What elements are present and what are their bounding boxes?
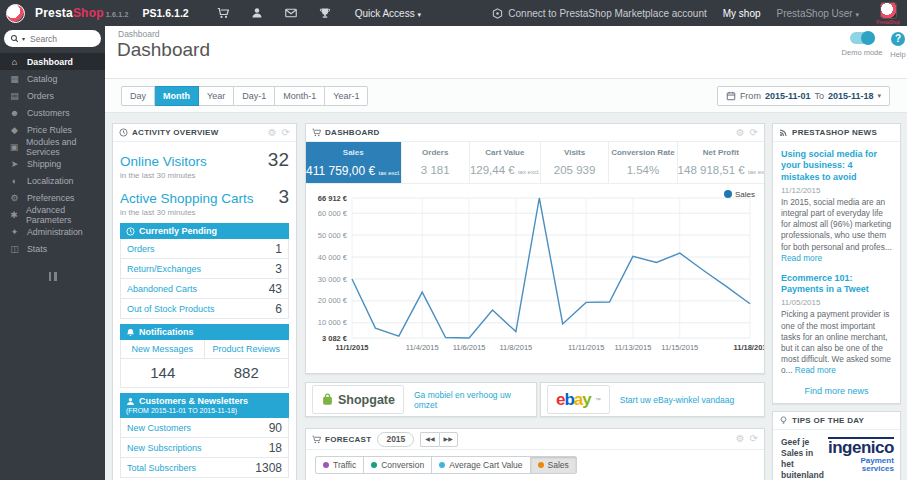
demo-mode-toggle[interactable]: Demo mode (840, 32, 884, 57)
quick-access-menu[interactable]: Quick Access ▾ (355, 8, 421, 19)
forecast-toggle-average-cart-value[interactable]: Average Cart Value (431, 456, 530, 474)
sidebar-item-dashboard[interactable]: ⌂Dashboard (0, 53, 105, 70)
sidebar-item-customers[interactable]: ☻Customers (0, 104, 105, 121)
forecast-year-badge: 2015 (377, 432, 414, 447)
range-month-button[interactable]: Month (155, 86, 199, 106)
kpi-net-profit[interactable]: Net Profit148 918,51 € tax ex (678, 142, 764, 183)
news-article-title[interactable]: Using social media for your business: 4 … (781, 149, 892, 183)
search-input[interactable] (28, 33, 95, 45)
sales-dot-icon (538, 462, 544, 468)
notifications-table: New Messages Product Reviews 144 882 (120, 340, 289, 388)
sidebar-item-shipping[interactable]: ➤Shipping (0, 155, 105, 172)
trophy-icon[interactable] (319, 7, 331, 19)
sidebar-item-localization[interactable]: ◐Localization (0, 172, 105, 189)
forecast-prev-button[interactable]: ◀◀ (420, 432, 438, 447)
brand-version: 1.6.1.2 (106, 11, 129, 18)
online-visitors-value: 32 (268, 149, 289, 171)
average-cart-value-dot-icon (439, 462, 445, 468)
svg-text:11/6/2015: 11/6/2015 (453, 343, 486, 352)
kpi-sales[interactable]: Sales411 759,00 € tax excl. (306, 142, 402, 183)
ps-version-label: PS1.6.1.2 (143, 7, 189, 19)
panel-settings-icon[interactable]: ⚙ (268, 128, 277, 138)
user-menu[interactable]: PrestaShop User ▾ (777, 8, 859, 19)
active-carts-caption: in the last 30 minutes (120, 208, 289, 217)
active-carts-link[interactable]: Active Shopping Carts (120, 191, 254, 206)
range-month-1-button[interactable]: Month-1 (275, 86, 325, 106)
find-more-news-link[interactable]: Find more news (781, 386, 892, 396)
sidebar-item-stats[interactable]: ◫Stats (0, 240, 105, 257)
caret-down-icon: ▾ (417, 11, 421, 18)
sidebar-item-administration[interactable]: ✦Administration (0, 223, 105, 240)
sidebar-item-modules[interactable]: ▣Modules and Services (0, 138, 105, 155)
sidebar-item-advanced-parameters[interactable]: ✱Advanced Parameters (0, 206, 105, 223)
notifications-header: Notifications (120, 324, 289, 340)
shopgate-link[interactable]: Ga mobiel en verhoog uw omzet (414, 390, 530, 410)
help-button[interactable]: ? Help (887, 32, 907, 59)
traffic-dot-icon (323, 462, 329, 468)
forecast-next-button[interactable]: ▶▶ (439, 432, 458, 447)
marketplace-icon (492, 8, 503, 19)
sidebar-search[interactable]: ▾ (4, 30, 101, 47)
sidebar-item-preferences[interactable]: ⚙Preferences (0, 189, 105, 206)
panel-settings-icon[interactable]: ⚙ (736, 128, 745, 138)
catalog-icon: ▦ (9, 74, 20, 84)
ebay-card: ebay ™ Start uw eBay-winkel vandaag (540, 382, 765, 417)
read-more-link[interactable]: Read more (781, 253, 822, 263)
panel-refresh-icon[interactable]: ⟳ (750, 128, 758, 138)
toggle-icon[interactable] (850, 32, 875, 44)
sidebar-item-price-rules[interactable]: ◆Price Rules (0, 121, 105, 138)
page-title: Dashboard (117, 39, 210, 61)
product-reviews-link[interactable]: Product Reviews (205, 340, 289, 359)
forecast-toggle-conversion[interactable]: Conversion (363, 456, 432, 474)
help-icon[interactable]: ? (891, 32, 905, 46)
new-messages-link[interactable]: New Messages (121, 340, 205, 359)
dashboard-icon: ⌂ (9, 57, 20, 67)
sidebar-item-orders[interactable]: ▤Orders (0, 87, 105, 104)
forecast-toggle-sales[interactable]: Sales (530, 456, 577, 474)
activity-overview-panel: ACTIVITY OVERVIEW ⚙⟳ Online Visitors32 i… (112, 123, 297, 480)
panel-settings-icon[interactable]: ⚙ (736, 434, 745, 444)
stats-icon: ◫ (9, 244, 20, 254)
kpi-conversion-rate[interactable]: Conversion Rate1.54% (609, 142, 677, 183)
forecast-toggle-traffic[interactable]: Traffic (315, 456, 364, 474)
online-visitors-caption: in the last 30 minutes (120, 171, 289, 180)
dashboard-content: ACTIVITY OVERVIEW ⚙⟳ Online Visitors32 i… (105, 113, 907, 480)
panel-refresh-icon[interactable]: ⟳ (750, 434, 758, 444)
price-rules-icon: ◆ (9, 125, 20, 135)
search-icon[interactable] (10, 34, 19, 43)
range-year-1-button[interactable]: Year-1 (325, 86, 368, 106)
caret-down-icon: ▾ (855, 11, 859, 18)
range-day-1-button[interactable]: Day-1 (234, 86, 275, 106)
collapse-menu-button[interactable] (0, 267, 105, 285)
my-shop-link[interactable]: My shop (723, 8, 761, 19)
pending-row-out-of-stock: Out of Stock Products6 (121, 299, 288, 318)
kpi-cart-value[interactable]: Cart Value129,44 € tax excl. (470, 142, 541, 183)
date-range-picker[interactable]: From2015-11-01 To2015-11-18 ▾ (717, 86, 890, 106)
news-article: Using social media for your business: 4 … (781, 149, 892, 264)
cart-icon[interactable] (217, 7, 229, 19)
panel-refresh-icon[interactable]: ⟳ (282, 128, 290, 138)
ebay-link[interactable]: Start uw eBay-winkel vandaag (620, 395, 734, 405)
svg-text:11/18/201: 11/18/201 (734, 343, 764, 352)
kpi-visits[interactable]: Visits205 939 (541, 142, 609, 183)
sidebar-item-catalog[interactable]: ▦Catalog (0, 70, 105, 87)
online-visitors-link[interactable]: Online Visitors (120, 154, 207, 169)
user-avatar[interactable]: PrestaShop (875, 2, 901, 25)
range-day-button[interactable]: Day (121, 86, 155, 106)
pending-row-abandoned-carts: Abandoned Carts43 (121, 279, 288, 299)
tip-headline: Geef je Sales in het buitenland een Boos… (781, 437, 824, 480)
news-article-title[interactable]: Ecommerce 101: Payments in a Tweet (781, 273, 892, 296)
customers-row-new-subscriptions: New Subscriptions18 (121, 438, 288, 458)
kpi-orders[interactable]: Orders3 181 (402, 142, 470, 183)
kpi-row: Sales411 759,00 € tax excl. Orders3 181 … (306, 142, 764, 184)
messages-icon[interactable] (285, 7, 297, 19)
svg-text:11/15/2015: 11/15/2015 (661, 343, 698, 352)
range-year-button[interactable]: Year (199, 86, 234, 106)
read-more-link[interactable]: Read more (795, 365, 836, 375)
search-scope-caret-icon[interactable]: ▾ (22, 35, 25, 42)
marketplace-link[interactable]: Connect to PrestaShop Marketplace accoun… (492, 8, 706, 19)
forecast-panel: FORECAST 2015 ◀◀ ▶▶ ⚙⟳ Traffic Conversio… (305, 428, 765, 480)
employees-icon[interactable] (251, 7, 263, 19)
brand-name: PrestaShop1.6.1.2 (35, 6, 129, 20)
svg-text:10 000 €: 10 000 € (318, 318, 348, 327)
